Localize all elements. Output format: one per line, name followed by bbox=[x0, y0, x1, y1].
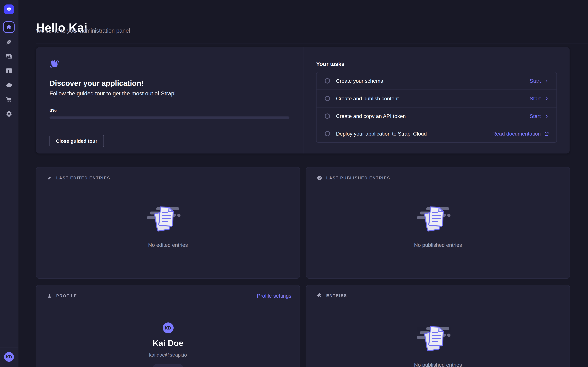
task-status-circle bbox=[325, 78, 330, 83]
guided-tour-title: Discover your application! bbox=[50, 78, 289, 88]
strapi-admin-window: KD Hello Kai Welcome to your administrat… bbox=[0, 0, 588, 367]
progress-bar bbox=[50, 117, 289, 119]
guided-tour-card: Discover your application! Follow the gu… bbox=[36, 47, 570, 153]
waving-hand-icon bbox=[50, 59, 60, 69]
profile-name: Kai Doe bbox=[153, 339, 183, 348]
task-label: Create and copy an API token bbox=[336, 113, 530, 119]
profile-email: kai.doe@strapi.io bbox=[149, 352, 187, 358]
read-documentation-link[interactable]: Read documentation bbox=[492, 131, 549, 137]
page-subtitle: Welcome to your administration panel bbox=[36, 27, 130, 34]
media-library-icon bbox=[6, 53, 12, 60]
task-action-label: Start bbox=[530, 78, 541, 84]
task-action-label: Start bbox=[530, 95, 541, 101]
task-start-link[interactable]: Start bbox=[530, 95, 549, 101]
card-title: LAST PUBLISHED ENTRIES bbox=[326, 176, 390, 180]
sidebar-item-marketplace[interactable] bbox=[6, 96, 12, 103]
sidebar-item-content-manager[interactable] bbox=[6, 67, 12, 74]
external-link-icon bbox=[544, 131, 549, 136]
tasks-section: Your tasks Create your schema Start Crea… bbox=[303, 47, 570, 153]
task-action-label: Start bbox=[530, 113, 541, 119]
sidebar-item-settings[interactable] bbox=[6, 110, 12, 117]
chevron-right-icon bbox=[544, 78, 549, 83]
sidebar-item-deploy[interactable] bbox=[6, 82, 12, 88]
documents-illustration bbox=[416, 202, 460, 236]
task-status-circle bbox=[325, 114, 330, 119]
strapi-logo[interactable] bbox=[4, 5, 14, 14]
user-icon bbox=[47, 293, 52, 299]
puzzle-icon bbox=[317, 293, 322, 298]
card-title: ENTRIES bbox=[326, 293, 347, 298]
progress-label: 0% bbox=[50, 108, 289, 113]
sidebar-divider-top bbox=[0, 18, 18, 18]
task-start-link[interactable]: Start bbox=[530, 113, 549, 119]
task-row: Deploy your application to Strapi Cloud … bbox=[317, 125, 556, 142]
sidebar: KD bbox=[0, 0, 18, 367]
task-row: Create your schema Start bbox=[317, 72, 556, 90]
sidebar-item-content-type-builder[interactable] bbox=[6, 39, 12, 46]
sidebar-item-home[interactable] bbox=[3, 21, 15, 33]
task-label: Create and publish content bbox=[336, 95, 530, 101]
task-start-link[interactable]: Start bbox=[530, 78, 549, 84]
settings-gear-icon bbox=[6, 110, 12, 117]
guided-tour-section: Discover your application! Follow the gu… bbox=[36, 47, 303, 153]
card-title: PROFILE bbox=[56, 294, 77, 298]
close-guided-tour-button[interactable]: Close guided tour bbox=[50, 135, 104, 147]
task-status-circle bbox=[325, 131, 330, 136]
profile-settings-link[interactable]: Profile settings bbox=[257, 293, 291, 299]
empty-state-message: No edited entries bbox=[148, 242, 188, 248]
last-edited-entries-card: LAST EDITED ENTRIES bbox=[36, 167, 300, 279]
entries-card: ENTRIES bbox=[306, 285, 570, 367]
guided-tour-subtitle: Follow the guided tour to get the most o… bbox=[50, 90, 289, 97]
documents-illustration bbox=[416, 322, 460, 356]
last-published-entries-card: LAST PUBLISHED ENTRIES bbox=[306, 167, 570, 279]
pencil-icon bbox=[47, 175, 52, 180]
sidebar-divider-bottom bbox=[0, 348, 18, 348]
home-icon bbox=[6, 24, 12, 30]
profile-avatar: KD bbox=[163, 323, 173, 334]
profile-role-badge bbox=[153, 364, 183, 367]
task-label: Create your schema bbox=[336, 78, 530, 84]
task-row: Create and publish content Start bbox=[317, 90, 556, 108]
tasks-title: Your tasks bbox=[316, 61, 557, 67]
profile-card: PROFILE Profile settings KD Kai Doe kai.… bbox=[36, 285, 300, 367]
strapi-logo-icon bbox=[4, 5, 14, 14]
feather-icon bbox=[6, 39, 12, 46]
empty-state-message: No published entries bbox=[414, 242, 462, 248]
task-status-circle bbox=[325, 96, 330, 101]
card-title: LAST EDITED ENTRIES bbox=[56, 176, 110, 180]
header-divider bbox=[36, 43, 588, 43]
user-avatar[interactable]: KD bbox=[4, 352, 14, 362]
documents-illustration bbox=[146, 202, 190, 236]
check-circle-icon bbox=[317, 175, 322, 180]
task-action-label: Read documentation bbox=[492, 131, 541, 137]
empty-state-message: No published entries bbox=[414, 362, 462, 367]
sidebar-item-media-library[interactable] bbox=[6, 53, 12, 60]
task-label: Deploy your application to Strapi Cloud bbox=[336, 131, 492, 137]
chevron-right-icon bbox=[544, 114, 549, 119]
cloud-icon bbox=[6, 82, 12, 88]
chevron-right-icon bbox=[544, 96, 549, 101]
marketplace-cart-icon bbox=[6, 96, 12, 103]
task-list: Create your schema Start Create and publ… bbox=[316, 72, 557, 143]
layout-icon bbox=[6, 67, 12, 74]
task-row: Create and copy an API token Start bbox=[317, 108, 556, 125]
